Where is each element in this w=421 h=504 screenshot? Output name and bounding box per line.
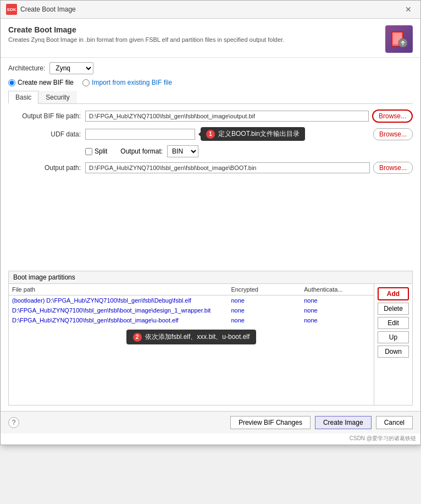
title-bar-left: SDK Create Boot Image [6, 4, 76, 15]
sdk-icon: SDK [6, 4, 17, 15]
output-format-select[interactable]: BIN MCS [167, 145, 198, 157]
output-path-input[interactable] [85, 162, 370, 173]
architecture-select[interactable]: Zynq ZynqMP [49, 62, 93, 74]
tab-basic[interactable]: Basic [8, 91, 38, 104]
edit-button[interactable]: Edit [378, 317, 409, 329]
create-image-button[interactable]: Create Image [315, 416, 372, 429]
partitions-header: Boot image partitions [9, 271, 412, 284]
udf-input[interactable] [85, 129, 195, 140]
output-path-browse-button[interactable]: Browse... [373, 162, 413, 174]
title-bar: SDK Create Boot Image ✕ [1, 1, 420, 19]
tooltip-1-text: 定义BOOT.bin文件输出目录 [218, 129, 300, 139]
close-button[interactable]: ✕ [402, 4, 415, 15]
create-new-bif-radio[interactable]: Create new BIF file [8, 79, 74, 86]
spacer [8, 178, 413, 266]
tooltip-2-text: 依次添加fsbl.elf、xxx.bit、u-boot.elf [145, 332, 250, 342]
tooltip-2-badge: 2 [133, 333, 142, 342]
table-row[interactable]: D:\FPGA_Hub\ZYNQ7100\fsbl_gen\fsbl\boot_… [9, 305, 374, 315]
table-row[interactable]: (bootloader) D:\FPGA_Hub\ZYNQ7100\fsbl_g… [9, 295, 374, 306]
udf-row: UDF data: 1 定义BOOT.bin文件输出目录 Browse... [8, 127, 413, 141]
header-section: Create Boot Image Creates Zynq Boot Imag… [1, 19, 420, 58]
watermark: CSDN @爱学习的诸葛铁链 [1, 434, 420, 445]
split-checkbox[interactable] [85, 148, 92, 155]
partitions-table: File path Encrypted Authenticata... (boo… [9, 284, 374, 325]
boot-image-icon [385, 25, 413, 53]
bif-path-input[interactable] [85, 111, 369, 122]
delete-button[interactable]: Delete [378, 303, 409, 315]
bif-path-browse-button[interactable]: Browse... [372, 109, 413, 123]
tooltip-2: 2 依次添加fsbl.elf、xxx.bit、u-boot.elf [126, 330, 257, 344]
udf-label: UDF data: [8, 130, 85, 138]
create-new-bif-label: Create new BIF file [18, 79, 74, 86]
col-header-filepath: File path [9, 284, 228, 295]
import-bif-label: Import from existing BIF file [92, 79, 172, 86]
cell-path: D:\FPGA_Hub\ZYNQ7100\fsbl_gen\fsbl\boot_… [9, 315, 228, 325]
tooltip-1: 1 定义BOOT.bin文件输出目录 [201, 127, 305, 141]
split-checkbox-label[interactable]: Split [85, 147, 107, 155]
help-button[interactable]: ? [8, 417, 19, 428]
add-button[interactable]: Add [378, 287, 409, 300]
tabs: Basic Security [8, 91, 413, 104]
header-title: Create Boot Image [8, 25, 385, 34]
split-row: Split Output format: BIN MCS [8, 145, 413, 157]
bif-path-row: Output BIF file path: Browse... [8, 109, 413, 123]
preview-bif-button[interactable]: Preview BIF Changes [230, 416, 311, 429]
create-boot-image-dialog: SDK Create Boot Image ✕ Create Boot Imag… [0, 0, 421, 445]
cell-encrypted: none [228, 315, 301, 325]
split-label: Split [95, 147, 107, 155]
udf-browse-button[interactable]: Browse... [373, 128, 413, 140]
cell-encrypted: none [228, 295, 301, 306]
cell-encrypted: none [228, 305, 301, 315]
cell-path: (bootloader) D:\FPGA_Hub\ZYNQ7100\fsbl_g… [9, 295, 228, 306]
up-button[interactable]: Up [378, 331, 409, 343]
bif-path-label: Output BIF file path: [8, 112, 85, 120]
cell-path: D:\FPGA_Hub\ZYNQ7100\fsbl_gen\fsbl\boot_… [9, 305, 228, 315]
architecture-row: Architecture: Zynq ZynqMP [8, 62, 413, 74]
partitions-section: Boot image partitions File path Encrypte… [8, 271, 413, 406]
partitions-table-area: File path Encrypted Authenticata... (boo… [9, 284, 374, 405]
content-area: Architecture: Zynq ZynqMP Create new BIF… [1, 58, 420, 271]
cell-authenticated: none [301, 315, 374, 325]
footer-left: ? [8, 417, 19, 428]
import-bif-radio[interactable]: Import from existing BIF file [82, 79, 172, 86]
partitions-body: File path Encrypted Authenticata... (boo… [9, 284, 412, 405]
footer: ? Preview BIF Changes Create Image Cance… [1, 411, 420, 434]
tab-security[interactable]: Security [38, 91, 76, 103]
dialog-title: Create Boot Image [20, 6, 76, 13]
col-header-authenticated: Authenticata... [301, 284, 374, 295]
output-path-row: Output path: Browse... [8, 162, 413, 174]
partitions-buttons: Add Delete Edit Up Down [374, 284, 412, 405]
down-button[interactable]: Down [378, 346, 409, 358]
header-left: Create Boot Image Creates Zynq Boot Imag… [8, 25, 385, 43]
architecture-label: Architecture: [8, 64, 45, 72]
output-path-label: Output path: [8, 164, 85, 172]
table-row[interactable]: D:\FPGA_Hub\ZYNQ7100\fsbl_gen\fsbl\boot_… [9, 315, 374, 325]
footer-right: Preview BIF Changes Create Image Cancel [230, 416, 413, 429]
output-format-label: Output format: [120, 147, 163, 155]
split-inner: Split Output format: BIN MCS [85, 145, 198, 157]
cell-authenticated: none [301, 295, 374, 306]
cancel-button[interactable]: Cancel [376, 416, 413, 429]
tooltip-2-row: 2 依次添加fsbl.elf、xxx.bit、u-boot.elf [9, 325, 374, 349]
header-description: Creates Zynq Boot Image in .bin format f… [8, 36, 385, 43]
radio-row: Create new BIF file Import from existing… [8, 79, 413, 86]
cell-authenticated: none [301, 305, 374, 315]
col-header-encrypted: Encrypted [228, 284, 301, 295]
tooltip-1-badge: 1 [206, 130, 215, 139]
